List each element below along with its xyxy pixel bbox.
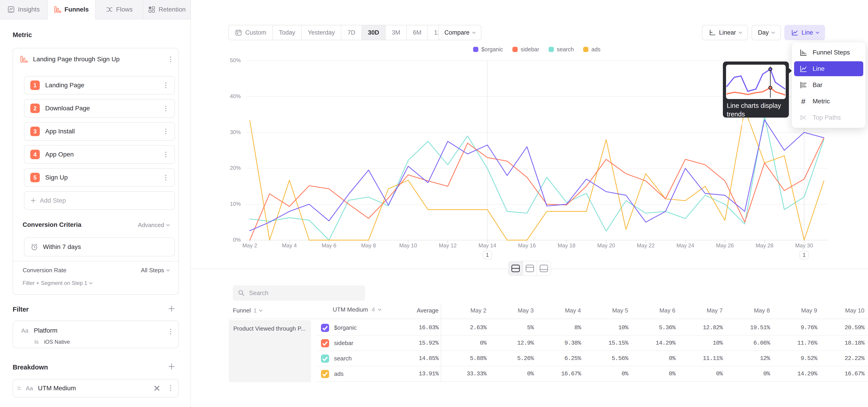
- table-row-search: search14.85%5.88%5.26%6.25%5.56%0%11.11%…: [316, 351, 868, 366]
- cell-value: 5.56%: [581, 355, 628, 362]
- range-yesterday[interactable]: Yesterday: [301, 25, 341, 40]
- table-view-button[interactable]: [537, 261, 551, 275]
- cell-value: 0%: [628, 370, 675, 377]
- step-kebab-menu[interactable]: [163, 129, 168, 134]
- legend-swatch: [549, 47, 554, 52]
- tab-funnels[interactable]: Funnels: [48, 0, 95, 20]
- range-7d[interactable]: 7D: [341, 25, 362, 40]
- step-kebab-menu[interactable]: [163, 83, 168, 88]
- metric-kebab-menu[interactable]: [167, 57, 174, 62]
- step-kebab-menu[interactable]: [163, 152, 168, 157]
- funnel-step-1[interactable]: 1Landing Page: [24, 76, 175, 95]
- funnel-step-2[interactable]: 2Download Page: [24, 99, 175, 118]
- step-number-badge: 2: [30, 103, 40, 113]
- chevron-down-icon: [739, 30, 742, 34]
- tooltip-mini-chart: [726, 65, 786, 99]
- cell-value: 5.36%: [628, 324, 675, 331]
- tab-retention[interactable]: Retention: [143, 0, 191, 19]
- cell-value: 0%: [628, 355, 675, 362]
- step-kebab-menu[interactable]: [163, 175, 168, 181]
- annotation-badge[interactable]: 1: [483, 251, 492, 259]
- cell-value: 10%: [675, 340, 723, 346]
- divider: [13, 261, 178, 261]
- row-checkbox[interactable]: [321, 339, 329, 347]
- chart-view-button[interactable]: [523, 261, 537, 275]
- filter-value: iOS Native: [44, 339, 70, 345]
- scale-linear-dropdown[interactable]: Linear: [702, 25, 748, 40]
- annotation-badge[interactable]: 1: [800, 251, 809, 259]
- step-kebab-menu[interactable]: [163, 105, 168, 111]
- menu-item-bar[interactable]: Bar: [794, 77, 863, 92]
- range-6m[interactable]: 6M: [406, 25, 428, 40]
- top-paths-icon: [799, 113, 808, 122]
- menu-item-line[interactable]: Line: [794, 61, 863, 76]
- row-checkbox[interactable]: [321, 324, 329, 332]
- table-search[interactable]: [233, 285, 365, 301]
- table-header-funnel[interactable]: Funnel 1: [233, 307, 262, 314]
- step-label: App Install: [45, 128, 157, 135]
- breakdown-kebab-menu[interactable]: [167, 385, 174, 391]
- legend-item-$organic[interactable]: $organic: [473, 46, 503, 53]
- breakdown-card-utm-medium[interactable]: Aa UTM Medium: [13, 379, 179, 398]
- chart-type-line-dropdown[interactable]: Line: [784, 25, 825, 40]
- cell-value: 33.33%: [439, 370, 487, 377]
- tab-flows[interactable]: Flows: [96, 0, 143, 19]
- add-step-button[interactable]: Add Step: [24, 191, 175, 210]
- cell-value: 5%: [487, 324, 534, 331]
- breakdown-heading: Breakdown: [13, 364, 48, 371]
- add-breakdown-button[interactable]: [168, 363, 176, 370]
- chevron-down-icon: [89, 281, 93, 284]
- conversion-window-button[interactable]: Within 7 days: [24, 238, 175, 256]
- filter-kebab-menu[interactable]: [167, 329, 174, 335]
- table-header-breakdown[interactable]: UTM Medium 4: [321, 306, 381, 314]
- top-tab-bar: InsightsFunnelsFlowsRetention: [0, 0, 868, 20]
- remove-breakdown-icon[interactable]: [153, 385, 160, 392]
- funnel-steps-icon: [799, 48, 808, 57]
- funnel-step-4[interactable]: 4App Open: [24, 145, 175, 164]
- add-filter-button[interactable]: [168, 305, 176, 312]
- cell-value: 10%: [581, 324, 628, 331]
- row-checkbox[interactable]: [321, 354, 329, 363]
- table-header-average: Average: [411, 307, 438, 314]
- filter-segment-dropdown[interactable]: Filter + Segment on Step 1: [23, 280, 92, 286]
- row-checkbox[interactable]: [321, 370, 329, 378]
- all-steps-dropdown[interactable]: All Steps: [141, 267, 169, 274]
- cell-value: 2.63%: [439, 324, 487, 331]
- legend-item-search[interactable]: search: [549, 46, 574, 53]
- menu-item-metric[interactable]: #Metric: [794, 94, 863, 109]
- menu-item-funnel-steps[interactable]: Funnel Steps: [794, 45, 863, 60]
- cell-value: 5.88%: [439, 355, 487, 362]
- legend-swatch: [583, 47, 588, 52]
- compare-button[interactable]: Compare: [438, 25, 482, 40]
- cell-value: 0%: [439, 340, 487, 346]
- advanced-dropdown[interactable]: Advanced: [138, 222, 169, 228]
- legend-item-ads[interactable]: ads: [583, 46, 600, 53]
- row-name: ads: [334, 370, 344, 377]
- chart-type-menu: Funnel StepsLineBar#MetricTop Paths: [792, 42, 866, 128]
- table-header-date: May 2: [439, 307, 487, 314]
- filter-card-platform[interactable]: Aa Platform Is iOS Native: [13, 321, 179, 348]
- table-header-date: May 6: [628, 307, 675, 314]
- cell-value: 6.25%: [534, 355, 581, 362]
- range-30d[interactable]: 30D: [362, 25, 385, 40]
- legend-item-sidebar[interactable]: sidebar: [513, 46, 539, 53]
- range-today[interactable]: Today: [272, 25, 301, 40]
- chart-legend: $organicsidebarsearchads: [246, 46, 827, 53]
- interval-day-dropdown[interactable]: Day: [752, 25, 781, 40]
- table-view-icon: [539, 264, 548, 273]
- cell-value: 12.82%: [675, 324, 723, 331]
- tab-insights[interactable]: Insights: [0, 0, 48, 19]
- cell-value: 11.11%: [675, 355, 723, 362]
- drag-handle-icon[interactable]: [17, 387, 21, 389]
- chevron-down-icon: [772, 30, 775, 34]
- series-ads: [250, 109, 824, 240]
- range-custom[interactable]: Custom: [229, 25, 272, 40]
- funnel-step-5[interactable]: 5Sign Up: [24, 168, 175, 187]
- search-input[interactable]: [249, 290, 358, 296]
- range-3m[interactable]: 3M: [385, 25, 406, 40]
- select-all-checkbox[interactable]: [321, 306, 329, 314]
- cell-value: 20.59%: [817, 324, 864, 331]
- funnel-step-3[interactable]: 3App Install: [24, 122, 175, 140]
- split-view-button[interactable]: [508, 261, 523, 275]
- step-number-badge: 4: [30, 150, 40, 159]
